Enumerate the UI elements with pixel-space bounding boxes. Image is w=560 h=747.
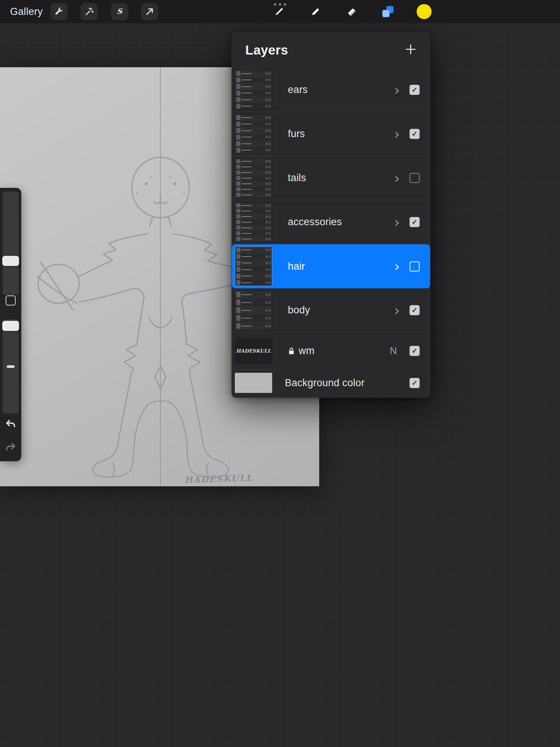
magic-wand-icon <box>84 7 94 16</box>
layer-group-thumbnail[interactable] <box>235 247 272 286</box>
layers-panel-button[interactable] <box>380 3 396 20</box>
color-picker-button[interactable] <box>416 3 432 20</box>
layer-label: tails <box>288 172 394 184</box>
layer-group-thumbnail[interactable] <box>235 202 272 242</box>
layers-title: Layers <box>245 43 288 58</box>
smudge-tool-button[interactable] <box>307 3 324 20</box>
right-tool-group <box>271 3 432 20</box>
opacity-marker <box>7 365 15 368</box>
layer-row-furs[interactable]: furs › <box>232 112 430 156</box>
blend-mode-button[interactable]: N <box>390 345 397 357</box>
wrench-icon <box>54 7 64 16</box>
left-tool-group: S <box>50 3 158 20</box>
lock-icon <box>288 347 295 355</box>
background-color-thumbnail[interactable] <box>235 373 272 393</box>
redo-icon <box>4 441 17 453</box>
layer-visibility-checkbox[interactable] <box>410 378 420 388</box>
selection-s-icon: S <box>115 7 124 16</box>
brush-icon <box>274 6 285 17</box>
layer-group-thumbnail[interactable] <box>235 114 272 154</box>
expand-group-chevron-icon[interactable]: › <box>394 127 400 141</box>
layer-label: Background color <box>285 377 410 389</box>
layer-label: wm <box>299 345 390 357</box>
redo-button[interactable] <box>4 441 17 455</box>
thumbnail-watermark-text: HADESKULL <box>236 348 271 354</box>
layer-visibility-checkbox[interactable] <box>410 305 420 315</box>
expand-group-chevron-icon[interactable]: › <box>394 259 400 273</box>
expand-group-chevron-icon[interactable]: › <box>394 215 400 229</box>
layer-row-tails[interactable]: tails › <box>232 156 430 200</box>
layer-group-thumbnail[interactable] <box>235 291 272 330</box>
eraser-tool-button[interactable] <box>343 3 360 20</box>
layer-thumbnail[interactable]: HADESKULL <box>235 338 272 364</box>
layer-visibility-checkbox[interactable] <box>410 217 420 227</box>
layer-group-thumbnail[interactable] <box>235 158 272 198</box>
layer-visibility-checkbox[interactable] <box>410 346 420 356</box>
layer-row-ears[interactable]: ears › <box>232 68 430 112</box>
layer-row-accessories[interactable]: accessories › <box>232 200 430 244</box>
layers-panel-header: Layers <box>232 32 430 68</box>
top-toolbar: Gallery S <box>0 0 560 23</box>
adjustments-button[interactable] <box>81 3 98 20</box>
layer-label: ears <box>288 84 394 96</box>
brush-tool-button[interactable] <box>271 3 287 20</box>
gallery-button[interactable]: Gallery <box>10 0 43 23</box>
move-arrow-icon <box>145 7 155 16</box>
current-color-swatch <box>417 4 432 19</box>
plus-icon <box>405 43 417 55</box>
layer-row-background-color[interactable]: Background color <box>232 370 430 396</box>
expand-group-chevron-icon[interactable]: › <box>394 171 400 185</box>
layer-row-wm[interactable]: HADESKULL wm N <box>232 332 430 370</box>
layer-label: furs <box>288 128 394 140</box>
expand-group-chevron-icon[interactable]: › <box>394 83 400 97</box>
smudge-icon <box>310 6 321 17</box>
layer-row-hair[interactable]: hair › <box>232 244 430 288</box>
add-layer-button[interactable] <box>405 43 417 57</box>
layer-list: ears › furs › tails › accessories › <box>232 68 430 396</box>
actions-wrench-button[interactable] <box>50 3 68 20</box>
brush-opacity-handle[interactable] <box>2 321 19 331</box>
layer-row-body[interactable]: body › <box>232 288 430 332</box>
modify-button[interactable] <box>6 295 16 306</box>
undo-icon <box>4 418 17 430</box>
undo-button[interactable] <box>4 418 17 432</box>
selection-button[interactable]: S <box>111 3 128 20</box>
expand-group-chevron-icon[interactable]: › <box>394 303 400 317</box>
layer-label: hair <box>288 261 394 272</box>
layer-label: accessories <box>288 216 394 228</box>
transform-button[interactable] <box>141 3 158 20</box>
layers-panel: Layers ears › furs › tails › <box>231 32 430 398</box>
layer-group-thumbnail[interactable] <box>235 70 272 110</box>
layers-icon <box>382 5 394 18</box>
layer-visibility-checkbox[interactable] <box>410 129 420 139</box>
layer-visibility-checkbox[interactable] <box>410 173 420 183</box>
layer-visibility-checkbox[interactable] <box>410 85 420 95</box>
brush-sidebar <box>0 188 21 461</box>
brush-size-slider[interactable] <box>3 192 19 295</box>
layer-label: body <box>288 304 394 316</box>
brush-size-handle[interactable] <box>2 256 19 266</box>
svg-text:S: S <box>117 7 123 16</box>
eraser-icon <box>346 6 357 17</box>
layer-visibility-checkbox[interactable] <box>410 261 420 272</box>
